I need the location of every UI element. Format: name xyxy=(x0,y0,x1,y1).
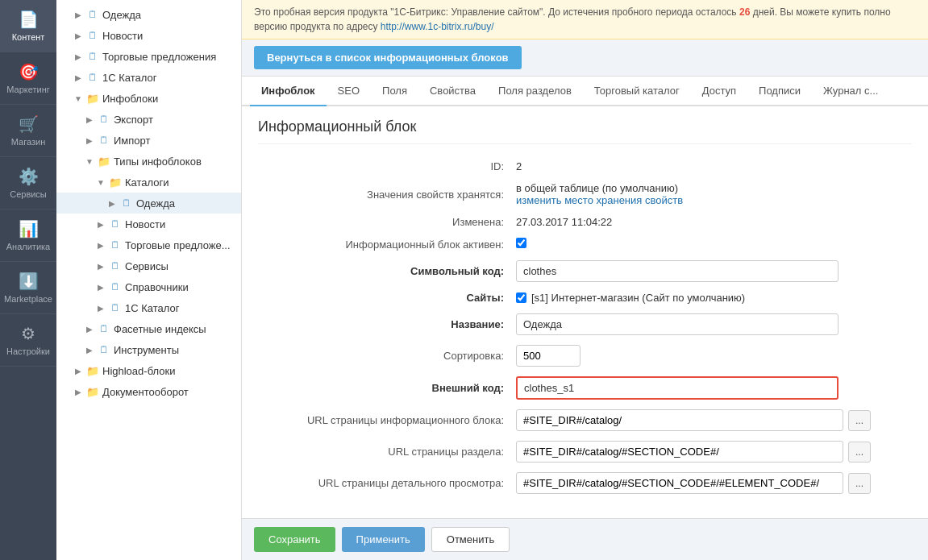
marketing-icon: 🎯 xyxy=(19,62,39,81)
label-name: Название: xyxy=(258,318,516,330)
tab-seo[interactable]: SEO xyxy=(327,77,371,106)
url-detail-button[interactable]: ... xyxy=(848,473,871,494)
label-sites: Сайты: xyxy=(258,292,516,304)
sidebar-item-import[interactable]: ▶ 🗒 Импорт xyxy=(56,130,241,151)
page-icon: 🗒 xyxy=(86,8,99,21)
arrow-icon: ▶ xyxy=(73,51,84,62)
nav-label-shop: Магазин xyxy=(11,137,45,147)
tab-subscriptions[interactable]: Подписи xyxy=(747,77,812,106)
arrow-icon: ▶ xyxy=(95,218,106,230)
settings-icon: ⚙ xyxy=(21,324,35,343)
tab-section-fields[interactable]: Поля разделов xyxy=(487,77,583,106)
storage-link[interactable]: изменить место хранения свойств xyxy=(516,194,683,206)
sort-input[interactable] xyxy=(516,345,581,367)
arrow-icon: ▶ xyxy=(84,135,95,146)
arrow-icon: ▼ xyxy=(73,93,84,104)
symcode-input[interactable] xyxy=(516,260,839,282)
nav-item-marketplace[interactable]: ⬇️ Marketplace xyxy=(0,262,56,314)
sidebar-label: Новости xyxy=(102,30,143,42)
sidebar-item-catalogs[interactable]: ▼ 📁 Каталоги xyxy=(56,172,241,193)
trial-link[interactable]: http://www.1c-bitrix.ru/buy/ xyxy=(381,21,494,32)
sidebar-item-1c-catalog[interactable]: ▶ 🗒 1С Каталог xyxy=(56,297,241,318)
label-symcode: Символьный код: xyxy=(258,265,516,277)
active-checkbox[interactable] xyxy=(516,238,526,248)
arrow-icon: ▶ xyxy=(84,323,95,334)
nav-item-services[interactable]: ⚙️ Сервисы xyxy=(0,157,56,209)
sidebar-item-novosti[interactable]: ▶ 🗒 Новости xyxy=(56,214,241,234)
form-title: Информационный блок xyxy=(258,118,912,144)
url-detail-input[interactable] xyxy=(516,472,843,494)
sidebar-item-references[interactable]: ▶ 🗒 Справочники xyxy=(56,276,241,297)
tab-infoblock[interactable]: Инфоблок xyxy=(250,77,327,106)
cancel-button[interactable]: Отменить xyxy=(431,527,510,552)
label-url-section: URL страницы раздела: xyxy=(258,446,516,458)
nav-label-settings: Настройки xyxy=(6,346,50,356)
nav-item-settings[interactable]: ⚙ Настройки xyxy=(0,314,56,367)
trial-text-3: версию продукта по адресу xyxy=(254,21,381,32)
tab-fields[interactable]: Поля xyxy=(371,77,418,106)
arrow-icon: ▶ xyxy=(84,114,95,125)
tab-access[interactable]: Доступ xyxy=(691,77,747,106)
url-section-button[interactable]: ... xyxy=(848,442,871,463)
sidebar-label: Документооборот xyxy=(102,386,189,398)
main-content: Это пробная версия продукта "1С-Битрикс:… xyxy=(242,0,928,560)
nav-item-marketing[interactable]: 🎯 Маркетинг xyxy=(0,52,56,105)
value-storage: в общей таблице (по умолчанию) изменить … xyxy=(516,182,912,206)
arrow-icon: ▼ xyxy=(84,156,95,167)
page-icon: 🗒 xyxy=(120,197,133,209)
sidebar-item-odejda-selected[interactable]: ▶ 🗒 Одежда xyxy=(56,193,241,214)
nav-item-content[interactable]: 📄 Контент xyxy=(0,0,56,52)
sidebar-item-1c-catalog-top[interactable]: ▶ 🗒 1С Каталог xyxy=(56,67,241,88)
sidebar-item-types[interactable]: ▼ 📁 Типы инфоблоков xyxy=(56,151,241,172)
sidebar-item-highload[interactable]: ▶ 📁 Highload-блоки xyxy=(56,360,241,381)
sidebar-label: Торговые предложе... xyxy=(125,239,231,251)
marketplace-icon: ⬇️ xyxy=(19,272,39,291)
sidebar-item-trade-proposals[interactable]: ▶ 🗒 Торговые предложения xyxy=(56,46,241,67)
back-button[interactable]: Вернуться в список информационных блоков xyxy=(254,46,522,69)
sidebar-label: Типы инфоблоков xyxy=(114,156,202,168)
url-block-input[interactable] xyxy=(516,409,843,431)
page-icon: 🗒 xyxy=(109,259,122,272)
page-icon: 🗒 xyxy=(109,239,122,251)
label-url-detail: URL страницы детального просмотра: xyxy=(258,477,516,489)
form-row-modified: Изменена: 27.03.2017 11:04:22 xyxy=(258,216,912,228)
external-code-input[interactable] xyxy=(516,376,839,400)
name-input[interactable] xyxy=(516,313,839,335)
value-id: 2 xyxy=(516,160,912,172)
url-block-button[interactable]: ... xyxy=(848,410,871,431)
nav-label-marketplace: Marketplace xyxy=(4,294,52,304)
apply-button[interactable]: Применить xyxy=(342,527,425,552)
url-section-input[interactable] xyxy=(516,441,843,463)
folder-icon: 📁 xyxy=(86,92,99,105)
sites-checkbox[interactable] xyxy=(516,292,526,303)
sidebar-label: Новости xyxy=(125,218,165,230)
sidebar-item-trade-propose[interactable]: ▶ 🗒 Торговые предложе... xyxy=(56,234,241,255)
page-icon: 🗒 xyxy=(109,301,122,314)
sidebar-item-novosti-top[interactable]: ▶ 🗒 Новости xyxy=(56,25,241,46)
folder-icon: 📁 xyxy=(98,155,110,168)
sidebar-label: Справочники xyxy=(125,281,189,293)
sidebar-item-docflow[interactable]: ▶ 📁 Документооборот xyxy=(56,381,241,402)
label-external-code: Внешний код: xyxy=(258,382,516,394)
sidebar-item-tools[interactable]: ▶ 🗒 Инструменты xyxy=(56,339,241,360)
tab-journal[interactable]: Журнал с... xyxy=(812,77,889,106)
label-url-block: URL страницы информационного блока: xyxy=(258,414,516,426)
arrow-icon: ▶ xyxy=(73,30,84,41)
sidebar-label: 1С Каталог xyxy=(125,302,180,314)
services-icon: ⚙️ xyxy=(19,167,39,186)
nav-item-shop[interactable]: 🛒 Магазин xyxy=(0,105,56,157)
sidebar-item-odejda-top[interactable]: ▶ 🗒 Одежда xyxy=(56,4,241,25)
back-bar: Вернуться в список информационных блоков xyxy=(242,39,928,77)
sidebar-item-infoblocks[interactable]: ▼ 📁 Инфоблоки xyxy=(56,88,241,109)
sidebar-item-facet[interactable]: ▶ 🗒 Фасетные индексы xyxy=(56,318,241,339)
sidebar-label: Торговые предложения xyxy=(102,51,216,63)
nav-item-analytics[interactable]: 📊 Аналитика xyxy=(0,209,56,262)
shop-icon: 🛒 xyxy=(19,114,39,134)
sidebar-item-export[interactable]: ▶ 🗒 Экспорт xyxy=(56,109,241,130)
sidebar-item-services[interactable]: ▶ 🗒 Сервисы xyxy=(56,255,241,276)
trial-text-2: дней. Вы можете купить полно xyxy=(750,6,890,18)
save-button[interactable]: Сохранить xyxy=(254,527,335,552)
tab-trade-catalog[interactable]: Торговый каталог xyxy=(583,77,691,106)
url-block-row: ... xyxy=(516,409,871,431)
tab-properties[interactable]: Свойства xyxy=(418,77,487,106)
